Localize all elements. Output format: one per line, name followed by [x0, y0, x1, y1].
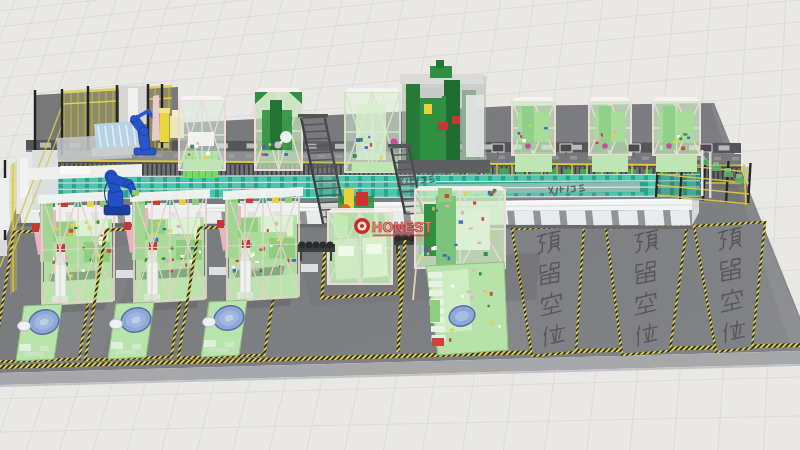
svg-text:HONEST: HONEST — [372, 219, 433, 235]
